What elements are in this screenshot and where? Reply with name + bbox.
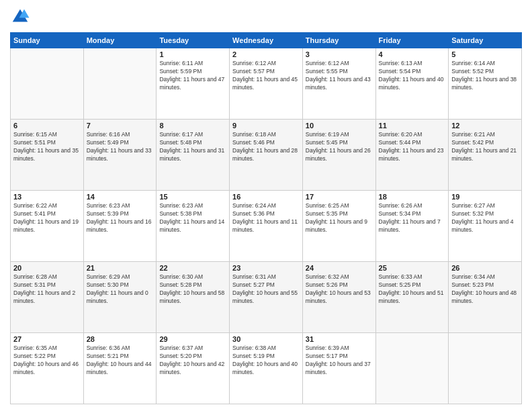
day-number: 10 (306, 122, 373, 130)
calendar-cell: 18Sunrise: 6:26 AM Sunset: 5:34 PM Dayli… (375, 191, 449, 262)
day-info: Sunrise: 6:35 AM Sunset: 5:22 PM Dayligh… (13, 345, 81, 377)
day-number: 7 (87, 122, 154, 130)
day-info: Sunrise: 6:33 AM Sunset: 5:25 PM Dayligh… (379, 273, 446, 306)
day-info: Sunrise: 6:25 AM Sunset: 5:35 PM Dayligh… (306, 202, 373, 234)
calendar-cell: 23Sunrise: 6:31 AM Sunset: 5:27 PM Dayli… (230, 262, 303, 333)
calendar-cell (83, 48, 157, 120)
weekday-wednesday: Wednesday (230, 33, 303, 48)
calendar-cell: 22Sunrise: 6:30 AM Sunset: 5:28 PM Dayli… (157, 262, 230, 333)
day-number: 22 (159, 264, 226, 272)
day-number: 21 (87, 264, 154, 272)
week-row-3: 13Sunrise: 6:22 AM Sunset: 5:41 PM Dayli… (11, 191, 522, 262)
day-info: Sunrise: 6:12 AM Sunset: 5:57 PM Dayligh… (232, 60, 300, 92)
weekday-header-row: SundayMondayTuesdayWednesdayThursdayFrid… (11, 33, 522, 48)
day-number: 17 (306, 193, 373, 201)
calendar-cell: 15Sunrise: 6:23 AM Sunset: 5:38 PM Dayli… (157, 191, 230, 262)
day-number: 28 (87, 335, 154, 343)
day-number: 31 (306, 335, 373, 343)
calendar-cell (375, 333, 449, 404)
calendar-cell: 11Sunrise: 6:20 AM Sunset: 5:44 PM Dayli… (375, 120, 449, 191)
calendar-cell: 27Sunrise: 6:35 AM Sunset: 5:22 PM Dayli… (11, 333, 84, 404)
header (10, 7, 522, 27)
day-info: Sunrise: 6:26 AM Sunset: 5:34 PM Dayligh… (379, 202, 446, 234)
weekday-sunday: Sunday (11, 33, 84, 48)
day-number: 1 (159, 50, 226, 58)
day-info: Sunrise: 6:23 AM Sunset: 5:38 PM Dayligh… (159, 202, 226, 234)
weekday-thursday: Thursday (302, 33, 375, 48)
calendar-cell: 9Sunrise: 6:18 AM Sunset: 5:46 PM Daylig… (230, 120, 303, 191)
day-number: 5 (451, 50, 519, 58)
weekday-monday: Monday (83, 33, 157, 48)
calendar-cell: 20Sunrise: 6:28 AM Sunset: 5:31 PM Dayli… (11, 262, 84, 333)
calendar-cell: 5Sunrise: 6:14 AM Sunset: 5:52 PM Daylig… (449, 48, 522, 120)
day-number: 2 (232, 50, 300, 58)
day-number: 8 (159, 122, 226, 130)
calendar-cell: 30Sunrise: 6:38 AM Sunset: 5:19 PM Dayli… (230, 333, 303, 404)
week-row-5: 27Sunrise: 6:35 AM Sunset: 5:22 PM Dayli… (11, 333, 522, 404)
day-number: 3 (306, 50, 373, 58)
day-info: Sunrise: 6:14 AM Sunset: 5:52 PM Dayligh… (451, 60, 519, 92)
day-info: Sunrise: 6:11 AM Sunset: 5:59 PM Dayligh… (159, 60, 226, 92)
day-info: Sunrise: 6:38 AM Sunset: 5:19 PM Dayligh… (232, 345, 300, 377)
week-row-1: 1Sunrise: 6:11 AM Sunset: 5:59 PM Daylig… (11, 48, 522, 120)
weekday-saturday: Saturday (449, 33, 522, 48)
calendar-cell: 2Sunrise: 6:12 AM Sunset: 5:57 PM Daylig… (230, 48, 303, 120)
day-info: Sunrise: 6:19 AM Sunset: 5:45 PM Dayligh… (306, 131, 373, 163)
day-info: Sunrise: 6:16 AM Sunset: 5:49 PM Dayligh… (87, 131, 154, 163)
calendar-cell (11, 48, 84, 120)
calendar-cell: 10Sunrise: 6:19 AM Sunset: 5:45 PM Dayli… (302, 120, 375, 191)
day-info: Sunrise: 6:30 AM Sunset: 5:28 PM Dayligh… (159, 273, 226, 306)
day-info: Sunrise: 6:32 AM Sunset: 5:26 PM Dayligh… (306, 273, 373, 306)
calendar-cell: 12Sunrise: 6:21 AM Sunset: 5:42 PM Dayli… (449, 120, 522, 191)
day-info: Sunrise: 6:29 AM Sunset: 5:30 PM Dayligh… (87, 273, 154, 306)
day-info: Sunrise: 6:27 AM Sunset: 5:32 PM Dayligh… (451, 202, 519, 234)
day-number: 19 (451, 193, 519, 201)
calendar-cell: 13Sunrise: 6:22 AM Sunset: 5:41 PM Dayli… (11, 191, 84, 262)
day-info: Sunrise: 6:39 AM Sunset: 5:17 PM Dayligh… (306, 345, 373, 377)
day-info: Sunrise: 6:36 AM Sunset: 5:21 PM Dayligh… (87, 345, 154, 377)
day-number: 24 (306, 264, 373, 272)
day-number: 11 (379, 122, 446, 130)
calendar-cell: 7Sunrise: 6:16 AM Sunset: 5:49 PM Daylig… (83, 120, 157, 191)
day-info: Sunrise: 6:21 AM Sunset: 5:42 PM Dayligh… (451, 131, 519, 163)
calendar-cell: 3Sunrise: 6:12 AM Sunset: 5:55 PM Daylig… (302, 48, 375, 120)
calendar-cell: 8Sunrise: 6:17 AM Sunset: 5:48 PM Daylig… (157, 120, 230, 191)
logo-icon (10, 7, 30, 27)
week-row-4: 20Sunrise: 6:28 AM Sunset: 5:31 PM Dayli… (11, 262, 522, 333)
calendar-cell: 28Sunrise: 6:36 AM Sunset: 5:21 PM Dayli… (83, 333, 157, 404)
day-info: Sunrise: 6:13 AM Sunset: 5:54 PM Dayligh… (379, 60, 446, 92)
calendar-cell: 24Sunrise: 6:32 AM Sunset: 5:26 PM Dayli… (302, 262, 375, 333)
calendar-cell: 29Sunrise: 6:37 AM Sunset: 5:20 PM Dayli… (157, 333, 230, 404)
day-number: 30 (232, 335, 300, 343)
day-number: 9 (232, 122, 300, 130)
day-number: 26 (451, 264, 519, 272)
calendar-table: SundayMondayTuesdayWednesdayThursdayFrid… (10, 32, 522, 404)
day-info: Sunrise: 6:22 AM Sunset: 5:41 PM Dayligh… (13, 202, 81, 234)
calendar-cell: 19Sunrise: 6:27 AM Sunset: 5:32 PM Dayli… (449, 191, 522, 262)
weekday-tuesday: Tuesday (157, 33, 230, 48)
day-info: Sunrise: 6:17 AM Sunset: 5:48 PM Dayligh… (159, 131, 226, 163)
day-number: 13 (13, 193, 81, 201)
calendar-cell (449, 333, 522, 404)
day-number: 6 (13, 122, 81, 130)
calendar-cell: 6Sunrise: 6:15 AM Sunset: 5:51 PM Daylig… (11, 120, 84, 191)
week-row-2: 6Sunrise: 6:15 AM Sunset: 5:51 PM Daylig… (11, 120, 522, 191)
day-info: Sunrise: 6:24 AM Sunset: 5:36 PM Dayligh… (232, 202, 300, 234)
calendar-cell: 17Sunrise: 6:25 AM Sunset: 5:35 PM Dayli… (302, 191, 375, 262)
page: SundayMondayTuesdayWednesdayThursdayFrid… (0, 0, 532, 411)
day-number: 4 (379, 50, 446, 58)
calendar-cell: 14Sunrise: 6:23 AM Sunset: 5:39 PM Dayli… (83, 191, 157, 262)
day-number: 12 (451, 122, 519, 130)
day-number: 25 (379, 264, 446, 272)
day-info: Sunrise: 6:18 AM Sunset: 5:46 PM Dayligh… (232, 131, 300, 163)
day-info: Sunrise: 6:12 AM Sunset: 5:55 PM Dayligh… (306, 60, 373, 92)
day-info: Sunrise: 6:37 AM Sunset: 5:20 PM Dayligh… (159, 345, 226, 377)
day-info: Sunrise: 6:28 AM Sunset: 5:31 PM Dayligh… (13, 273, 81, 306)
day-number: 29 (159, 335, 226, 343)
weekday-friday: Friday (375, 33, 449, 48)
day-info: Sunrise: 6:15 AM Sunset: 5:51 PM Dayligh… (13, 131, 81, 163)
calendar-cell: 26Sunrise: 6:34 AM Sunset: 5:23 PM Dayli… (449, 262, 522, 333)
day-number: 27 (13, 335, 81, 343)
day-number: 16 (232, 193, 300, 201)
day-number: 23 (232, 264, 300, 272)
